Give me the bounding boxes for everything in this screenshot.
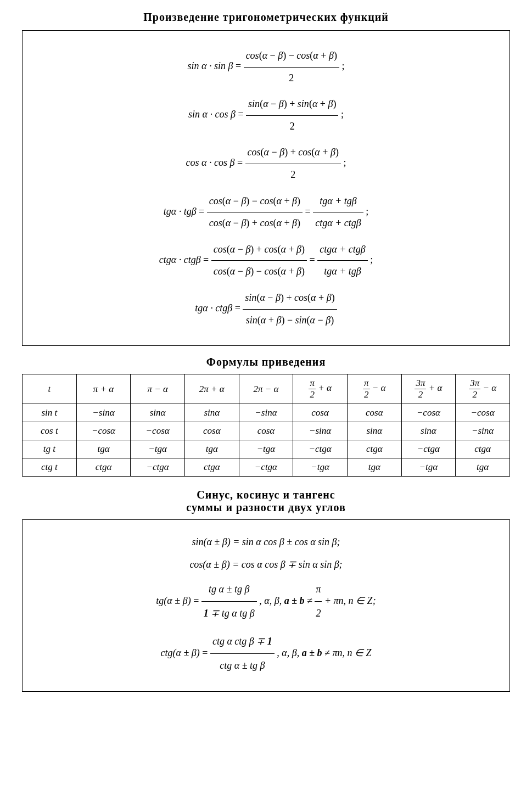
cell-tg-pi2-minus: ctgα	[347, 440, 401, 458]
section3-title: Синус, косинус и тангенс суммы и разност…	[22, 489, 510, 514]
cell-sin-pi2-minus: cosα	[347, 404, 401, 422]
table-row-ctg: ctg t ctgα −ctgα ctgα −ctgα −tgα tgα −tg…	[23, 458, 510, 477]
cell-ctg-3pi2-plus: −tgα	[401, 458, 456, 477]
header-pi2-minus-a: π 2 − α	[347, 374, 401, 404]
cell-tg-2pi-minus: −tgα	[239, 440, 293, 458]
header-pi-minus-a: π − α	[131, 374, 185, 404]
section1-box: sin α · sin β = cos(α − β) − cos(α + β) …	[22, 30, 510, 346]
formula-sin-sin: sin α · sin β = cos(α − β) − cos(α + β) …	[39, 45, 493, 89]
cell-sin-3pi2-minus: −cosα	[456, 404, 510, 422]
formula-ctg-sum: ctg(α ± β) = ctg α ctg β ∓ 1 ctg α ± tg …	[33, 630, 499, 678]
cell-sin-pi-plus: −sinα	[76, 404, 131, 422]
header-3pi2-minus-a: 3π 2 − α	[456, 374, 510, 404]
cell-tg-pi-plus: tgα	[76, 440, 131, 458]
reduction-table: t π + α π − α 2π + α 2π − α π 2 + α π 2 …	[22, 374, 510, 477]
cell-tg-3pi2-minus: ctgα	[456, 440, 510, 458]
cell-sin-2pi-plus: sinα	[184, 404, 239, 422]
cell-ctg-pi2-plus: −tgα	[293, 458, 348, 477]
cell-ctg-2pi-plus: ctgα	[184, 458, 239, 477]
table-header-row: t π + α π − α 2π + α 2π − α π 2 + α π 2 …	[23, 374, 510, 404]
cell-ctg-3pi2-minus: tgα	[456, 458, 510, 477]
cell-cos-2pi-plus: cosα	[184, 422, 239, 440]
cell-cos-pi-plus: −cosα	[76, 422, 131, 440]
formula-sin-cos: sin α · cos β = sin(α − β) + sin(α + β) …	[39, 93, 493, 137]
header-3pi2-plus-a: 3π 2 + α	[401, 374, 456, 404]
formula-tg-tg: tgα · tgβ = cos(α − β) − cos(α + β) cos(…	[39, 191, 493, 234]
cell-sin-pi2-plus: cosα	[293, 404, 348, 422]
section3-box: sin(α ± β) = sin α cos β ± cos α sin β; …	[22, 519, 510, 692]
formula-ctg-ctg: ctgα · ctgβ = cos(α − β) + cos(α + β) co…	[39, 239, 493, 283]
cell-sint: sin t	[23, 404, 77, 422]
cell-tgt: tg t	[23, 440, 77, 458]
formula-cos-sum: cos(α ± β) = cos α cos β ∓ sin α sin β;	[33, 556, 499, 573]
formula-sin-sum: sin(α ± β) = sin α cos β ± cos α sin β;	[33, 533, 499, 551]
cell-sin-pi-minus: sinα	[131, 404, 185, 422]
cell-cos-pi2-plus: −sinα	[293, 422, 348, 440]
cell-ctg-2pi-minus: −ctgα	[239, 458, 293, 477]
cell-cos-3pi2-plus: sinα	[401, 422, 456, 440]
cell-cost: cos t	[23, 422, 77, 440]
section1-title: Произведение тригонометрических функций	[22, 11, 510, 24]
header-pi2-plus-a: π 2 + α	[293, 374, 348, 404]
cell-ctg-pi2-minus: tgα	[347, 458, 401, 477]
formula-cos-cos: cos α · cos β = cos(α − β) + cos(α + β) …	[39, 142, 493, 186]
cell-ctg-pi-plus: ctgα	[76, 458, 131, 477]
table-row-cos: cos t −cosα −cosα cosα cosα −sinα sinα s…	[23, 422, 510, 440]
cell-cos-2pi-minus: cosα	[239, 422, 293, 440]
header-pi-plus-a: π + α	[76, 374, 131, 404]
cell-tg-pi-minus: −tgα	[131, 440, 185, 458]
formula-tg-ctg: tgα · ctgβ = sin(α − β) + cos(α + β) sin…	[39, 287, 493, 331]
cell-sin-3pi2-plus: −cosα	[401, 404, 456, 422]
formula-tg-sum: tg(α ± β) = tg α ± tg β 1 ∓ tg α tg β , …	[33, 578, 499, 625]
header-t: t	[23, 374, 77, 404]
cell-tg-pi2-plus: −ctgα	[293, 440, 348, 458]
section2-title: Формулы приведения	[22, 356, 510, 368]
header-2pi-minus-a: 2π − α	[239, 374, 293, 404]
cell-ctg-pi-minus: −ctgα	[131, 458, 185, 477]
cell-tg-3pi2-plus: −ctgα	[401, 440, 456, 458]
cell-sin-2pi-minus: −sinα	[239, 404, 293, 422]
header-2pi-plus-a: 2π + α	[184, 374, 239, 404]
cell-ctgt: ctg t	[23, 458, 77, 477]
cell-cos-pi2-minus: sinα	[347, 422, 401, 440]
table-row-tg: tg t tgα −tgα tgα −tgα −ctgα ctgα −ctgα …	[23, 440, 510, 458]
cell-cos-3pi2-minus: −sinα	[456, 422, 510, 440]
cell-cos-pi-minus: −cosα	[131, 422, 185, 440]
table-row-sin: sin t −sinα sinα sinα −sinα cosα cosα −c…	[23, 404, 510, 422]
cell-tg-2pi-plus: tgα	[184, 440, 239, 458]
